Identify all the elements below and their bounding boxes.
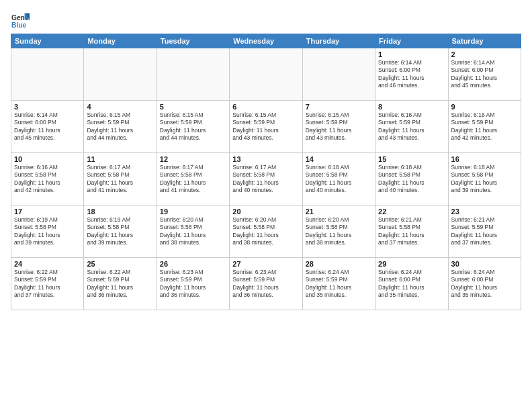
- day-number: 6: [232, 103, 299, 111]
- calendar-cell: 27Sunrise: 6:23 AM Sunset: 5:59 PM Dayli…: [230, 258, 302, 310]
- calendar-table: SundayMondayTuesdayWednesdayThursdayFrid…: [11, 34, 521, 310]
- day-number: 17: [14, 208, 81, 216]
- calendar-cell: 21Sunrise: 6:20 AM Sunset: 5:58 PM Dayli…: [302, 205, 375, 258]
- calendar-cell: 2Sunrise: 6:14 AM Sunset: 6:00 PM Daylig…: [448, 48, 521, 101]
- calendar-header-thursday: Thursday: [302, 34, 375, 48]
- day-number: 19: [160, 208, 226, 216]
- day-number: 1: [378, 50, 445, 58]
- day-number: 5: [160, 103, 226, 111]
- calendar-header-wednesday: Wednesday: [230, 34, 302, 48]
- day-number: 29: [378, 260, 445, 268]
- day-info: Sunrise: 6:19 AM Sunset: 5:58 PM Dayligh…: [87, 216, 153, 247]
- day-number: 11: [87, 155, 153, 163]
- calendar-header-monday: Monday: [84, 34, 157, 48]
- day-info: Sunrise: 6:18 AM Sunset: 5:58 PM Dayligh…: [378, 164, 445, 195]
- day-number: 28: [306, 260, 372, 268]
- calendar-cell: [157, 48, 229, 101]
- calendar-cell: 8Sunrise: 6:16 AM Sunset: 5:59 PM Daylig…: [375, 101, 448, 153]
- calendar-week-1: 1Sunrise: 6:14 AM Sunset: 6:00 PM Daylig…: [11, 48, 521, 101]
- day-number: 2: [451, 50, 518, 58]
- calendar-cell: 13Sunrise: 6:17 AM Sunset: 5:58 PM Dayli…: [230, 153, 302, 205]
- day-info: Sunrise: 6:20 AM Sunset: 5:58 PM Dayligh…: [232, 216, 299, 247]
- calendar-cell: 10Sunrise: 6:16 AM Sunset: 5:58 PM Dayli…: [11, 153, 84, 205]
- day-info: Sunrise: 6:14 AM Sunset: 6:00 PM Dayligh…: [14, 111, 81, 142]
- calendar-week-2: 3Sunrise: 6:14 AM Sunset: 6:00 PM Daylig…: [11, 101, 521, 153]
- day-number: 4: [87, 103, 153, 111]
- calendar-cell: 23Sunrise: 6:21 AM Sunset: 5:59 PM Dayli…: [448, 205, 521, 258]
- calendar-cell: 16Sunrise: 6:18 AM Sunset: 5:58 PM Dayli…: [448, 153, 521, 205]
- calendar-cell: 9Sunrise: 6:16 AM Sunset: 5:59 PM Daylig…: [448, 101, 521, 153]
- day-number: 22: [378, 208, 445, 216]
- day-info: Sunrise: 6:17 AM Sunset: 5:58 PM Dayligh…: [232, 164, 299, 195]
- calendar-cell: 19Sunrise: 6:20 AM Sunset: 5:58 PM Dayli…: [157, 205, 229, 258]
- calendar-cell: 15Sunrise: 6:18 AM Sunset: 5:58 PM Dayli…: [375, 153, 448, 205]
- calendar-cell: 17Sunrise: 6:19 AM Sunset: 5:58 PM Dayli…: [11, 205, 84, 258]
- day-info: Sunrise: 6:21 AM Sunset: 5:59 PM Dayligh…: [451, 216, 518, 247]
- day-number: 16: [451, 155, 518, 163]
- day-number: 25: [87, 260, 153, 268]
- calendar-cell: [302, 48, 375, 101]
- logo-icon: General Blue: [11, 11, 30, 30]
- day-number: 13: [232, 155, 299, 163]
- calendar-cell: 7Sunrise: 6:15 AM Sunset: 5:59 PM Daylig…: [302, 101, 375, 153]
- day-number: 26: [160, 260, 226, 268]
- calendar-cell: 12Sunrise: 6:17 AM Sunset: 5:58 PM Dayli…: [157, 153, 229, 205]
- day-number: 7: [306, 103, 372, 111]
- calendar-cell: 1Sunrise: 6:14 AM Sunset: 6:00 PM Daylig…: [375, 48, 448, 101]
- calendar-cell: 3Sunrise: 6:14 AM Sunset: 6:00 PM Daylig…: [11, 101, 84, 153]
- day-info: Sunrise: 6:22 AM Sunset: 5:59 PM Dayligh…: [14, 269, 81, 300]
- day-info: Sunrise: 6:14 AM Sunset: 6:00 PM Dayligh…: [378, 59, 445, 90]
- calendar-cell: 28Sunrise: 6:24 AM Sunset: 5:59 PM Dayli…: [302, 258, 375, 310]
- calendar-cell: 18Sunrise: 6:19 AM Sunset: 5:58 PM Dayli…: [84, 205, 157, 258]
- day-number: 15: [378, 155, 445, 163]
- calendar-cell: 30Sunrise: 6:24 AM Sunset: 6:00 PM Dayli…: [448, 258, 521, 310]
- day-number: 12: [160, 155, 226, 163]
- calendar-cell: [11, 48, 84, 101]
- day-number: 30: [451, 260, 518, 268]
- calendar-cell: 22Sunrise: 6:21 AM Sunset: 5:58 PM Dayli…: [375, 205, 448, 258]
- day-info: Sunrise: 6:18 AM Sunset: 5:58 PM Dayligh…: [306, 164, 372, 195]
- day-info: Sunrise: 6:15 AM Sunset: 5:59 PM Dayligh…: [232, 111, 299, 142]
- day-info: Sunrise: 6:17 AM Sunset: 5:58 PM Dayligh…: [87, 164, 153, 195]
- day-number: 20: [232, 208, 299, 216]
- day-info: Sunrise: 6:16 AM Sunset: 5:58 PM Dayligh…: [14, 164, 81, 195]
- calendar-header-row: SundayMondayTuesdayWednesdayThursdayFrid…: [11, 34, 521, 48]
- day-number: 23: [451, 208, 518, 216]
- calendar-cell: 29Sunrise: 6:24 AM Sunset: 6:00 PM Dayli…: [375, 258, 448, 310]
- calendar-week-3: 10Sunrise: 6:16 AM Sunset: 5:58 PM Dayli…: [11, 153, 521, 205]
- day-info: Sunrise: 6:22 AM Sunset: 5:59 PM Dayligh…: [87, 269, 153, 300]
- day-info: Sunrise: 6:19 AM Sunset: 5:58 PM Dayligh…: [14, 216, 81, 247]
- calendar-header-friday: Friday: [375, 34, 448, 48]
- calendar-cell: 20Sunrise: 6:20 AM Sunset: 5:58 PM Dayli…: [230, 205, 302, 258]
- calendar-cell: [84, 48, 157, 101]
- calendar-cell: 4Sunrise: 6:15 AM Sunset: 5:59 PM Daylig…: [84, 101, 157, 153]
- day-info: Sunrise: 6:16 AM Sunset: 5:59 PM Dayligh…: [451, 111, 518, 142]
- day-number: 10: [14, 155, 81, 163]
- calendar-cell: 24Sunrise: 6:22 AM Sunset: 5:59 PM Dayli…: [11, 258, 84, 310]
- calendar-cell: [230, 48, 302, 101]
- day-info: Sunrise: 6:23 AM Sunset: 5:59 PM Dayligh…: [232, 269, 299, 300]
- calendar-cell: 6Sunrise: 6:15 AM Sunset: 5:59 PM Daylig…: [230, 101, 302, 153]
- day-info: Sunrise: 6:24 AM Sunset: 5:59 PM Dayligh…: [306, 269, 372, 300]
- day-info: Sunrise: 6:14 AM Sunset: 6:00 PM Dayligh…: [451, 59, 518, 90]
- calendar-cell: 11Sunrise: 6:17 AM Sunset: 5:58 PM Dayli…: [84, 153, 157, 205]
- day-info: Sunrise: 6:24 AM Sunset: 6:00 PM Dayligh…: [378, 269, 445, 300]
- calendar-header-tuesday: Tuesday: [157, 34, 229, 48]
- svg-text:Blue: Blue: [11, 21, 27, 29]
- day-info: Sunrise: 6:16 AM Sunset: 5:59 PM Dayligh…: [378, 111, 445, 142]
- day-info: Sunrise: 6:15 AM Sunset: 5:59 PM Dayligh…: [306, 111, 372, 142]
- calendar-cell: 26Sunrise: 6:23 AM Sunset: 5:59 PM Dayli…: [157, 258, 229, 310]
- calendar-cell: 25Sunrise: 6:22 AM Sunset: 5:59 PM Dayli…: [84, 258, 157, 310]
- calendar-week-5: 24Sunrise: 6:22 AM Sunset: 5:59 PM Dayli…: [11, 258, 521, 310]
- day-number: 18: [87, 208, 153, 216]
- day-info: Sunrise: 6:20 AM Sunset: 5:58 PM Dayligh…: [306, 216, 372, 247]
- day-info: Sunrise: 6:15 AM Sunset: 5:59 PM Dayligh…: [160, 111, 226, 142]
- day-number: 9: [451, 103, 518, 111]
- calendar-cell: 14Sunrise: 6:18 AM Sunset: 5:58 PM Dayli…: [302, 153, 375, 205]
- day-number: 27: [232, 260, 299, 268]
- day-info: Sunrise: 6:21 AM Sunset: 5:58 PM Dayligh…: [378, 216, 445, 247]
- day-number: 24: [14, 260, 81, 268]
- day-number: 3: [14, 103, 81, 111]
- calendar-cell: 5Sunrise: 6:15 AM Sunset: 5:59 PM Daylig…: [157, 101, 229, 153]
- logo: General Blue: [11, 11, 32, 30]
